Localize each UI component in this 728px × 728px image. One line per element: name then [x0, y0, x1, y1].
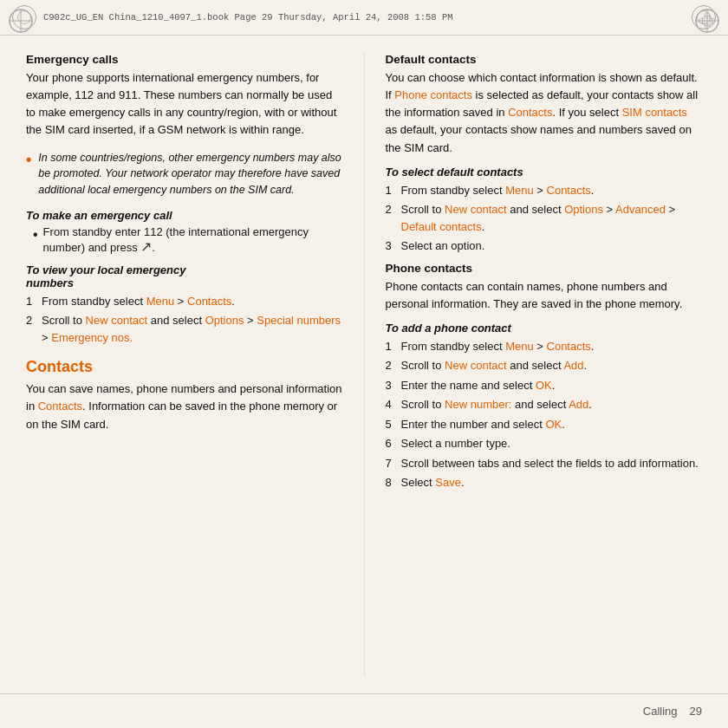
note-icon: • — [26, 150, 31, 198]
to-make-emergency-section: To make an emergency call • From standby… — [26, 209, 343, 255]
footer-section-label: Calling — [643, 705, 678, 718]
phone-contacts-heading: Phone contacts — [386, 262, 703, 275]
right-column: Default contacts You can choose which co… — [365, 53, 703, 677]
content-area: Emergency calls Your phone supports inte… — [0, 36, 728, 686]
emergency-calls-section: Emergency calls Your phone supports inte… — [26, 53, 343, 140]
add-step-2: 2 Scroll to New contact and select Add. — [386, 357, 703, 374]
to-add-phone-section: To add a phone contact 1 From standby se… — [386, 322, 703, 491]
emergency-calls-heading: Emergency calls — [26, 53, 343, 66]
footer-page-number: 29 — [690, 705, 702, 718]
select-default-step-1: 1 From standby select Menu > Contacts. — [386, 182, 703, 199]
default-contacts-body: You can choose which contact information… — [386, 69, 703, 157]
left-column: Emergency calls Your phone supports inte… — [26, 53, 365, 677]
header-bar: C902c_UG_EN China_1210_4097_1.book Page … — [0, 0, 728, 36]
step-num-1: 1 — [26, 293, 38, 310]
add-step-4: 4 Scroll to New number: and select Add. — [386, 396, 703, 413]
add-step-8: 8 Select Save. — [386, 474, 703, 491]
phone-contacts-body: Phone contacts can contain names, phone … — [386, 278, 703, 313]
select-default-steps: 1 From standby select Menu > Contacts. 2… — [386, 182, 703, 255]
to-select-default-section: To select default contacts 1 From standb… — [386, 166, 703, 255]
note-box: • In some countries/regions, other emerg… — [26, 148, 343, 200]
local-step-1-text: From standby select Menu > Contacts. — [42, 293, 235, 310]
emergency-bullet-text: From standby enter 112 (the internationa… — [43, 225, 343, 255]
to-add-phone-heading: To add a phone contact — [386, 322, 703, 335]
bullet-dot: • — [33, 225, 38, 255]
corner-tl — [7, 7, 35, 35]
emergency-bullet: • From standby enter 112 (the internatio… — [26, 225, 343, 255]
select-default-step-3: 3 Select an option. — [386, 237, 703, 255]
default-contacts-section: Default contacts You can choose which co… — [386, 53, 703, 157]
add-phone-steps: 1 From standby select Menu > Contacts. 2… — [386, 338, 703, 491]
header-book-info: C902c_UG_EN China_1210_4097_1.book Page … — [43, 12, 453, 23]
contacts-body: You can save names, phone numbers and pe… — [26, 380, 343, 432]
footer-text: Calling 29 — [643, 705, 702, 718]
header-left: C902c_UG_EN China_1210_4097_1.book Page … — [12, 5, 453, 29]
default-contacts-heading: Default contacts — [386, 53, 703, 66]
to-select-default-heading: To select default contacts — [386, 166, 703, 179]
local-step-1: 1 From standby select Menu > Contacts. — [26, 293, 343, 310]
add-step-6: 6 Select a number type. — [386, 435, 703, 452]
to-view-local-section: To view your local emergencynumbers 1 Fr… — [26, 263, 343, 347]
emergency-calls-body: Your phone supports international emerge… — [26, 69, 343, 140]
select-default-step-2: 2 Scroll to New contact and select Optio… — [386, 201, 703, 235]
note-text: In some countries/regions, other emergen… — [38, 150, 342, 198]
local-step-2-text: Scroll to New contact and select Options… — [42, 312, 341, 346]
add-step-7: 7 Scroll between tabs and select the fie… — [386, 455, 703, 472]
local-emergency-steps: 1 From standby select Menu > Contacts. 2… — [26, 293, 343, 347]
corner-tr — [693, 7, 721, 35]
add-step-5: 5 Enter the number and select OK. — [386, 416, 703, 433]
local-step-2: 2 Scroll to New contact and select Optio… — [26, 312, 343, 346]
add-step-1: 1 From standby select Menu > Contacts. — [386, 338, 703, 355]
phone-contacts-section: Phone contacts Phone contacts can contai… — [386, 262, 703, 313]
add-step-3: 3 Enter the name and select OK. — [386, 377, 703, 394]
contacts-heading: Contacts — [26, 358, 343, 376]
footer-bar: Calling 29 — [0, 693, 728, 728]
to-make-emergency-heading: To make an emergency call — [26, 209, 343, 222]
step-num-2: 2 — [26, 312, 38, 346]
page-container: C902c_UG_EN China_1210_4097_1.book Page … — [0, 0, 728, 728]
to-view-local-heading: To view your local emergencynumbers — [26, 263, 343, 289]
